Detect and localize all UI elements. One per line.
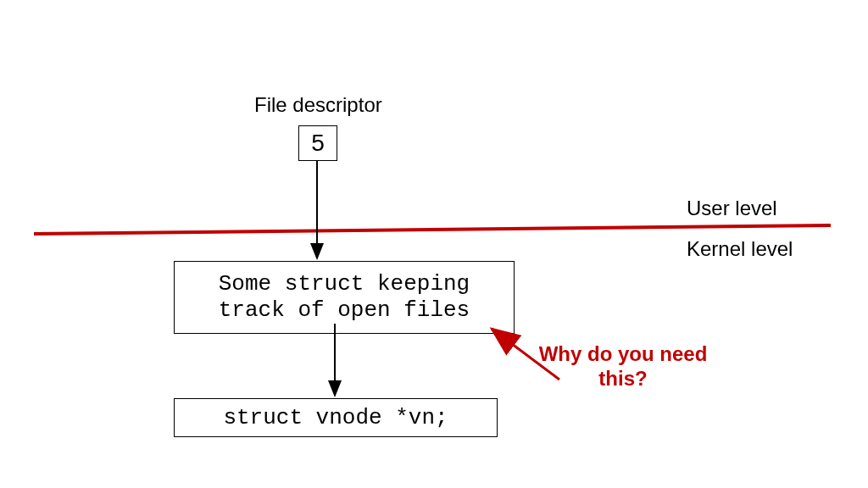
open-files-struct-text: Some struct keeping track of open files [219, 271, 470, 324]
vnode-struct-box: struct vnode *vn; [174, 398, 498, 437]
user-level-label: User level [687, 197, 777, 220]
user-kernel-separator-line [34, 225, 831, 234]
kernel-level-label: Kernel level [687, 237, 793, 261]
vnode-struct-text: struct vnode *vn; [223, 405, 448, 430]
open-files-struct-box: Some struct keeping track of open files [174, 261, 515, 334]
file-descriptor-box: 5 [298, 125, 337, 161]
file-descriptor-value: 5 [311, 130, 325, 157]
annotation-why-text: Why do you need this? [526, 342, 721, 391]
file-descriptor-label: File descriptor [254, 93, 382, 117]
